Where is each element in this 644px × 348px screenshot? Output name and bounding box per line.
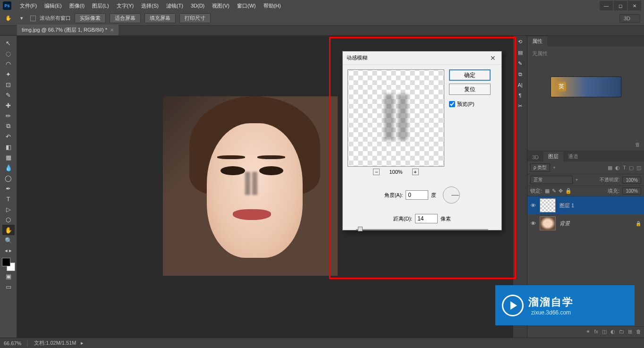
foreground-color-swatch[interactable]: [2, 258, 10, 266]
layer-mask-icon[interactable]: ◫: [602, 329, 607, 336]
new-layer-icon[interactable]: ⊞: [628, 329, 632, 336]
pen-tool[interactable]: ✒: [2, 183, 15, 194]
layer-fx-icon[interactable]: fx: [594, 329, 598, 336]
channels-tab[interactable]: 通道: [563, 152, 583, 161]
layer-thumbnail[interactable]: [540, 198, 556, 212]
zoom-in-button[interactable]: +: [412, 169, 419, 175]
menu-window[interactable]: 窗口(W): [233, 2, 260, 9]
filter-adjust-icon[interactable]: ◐: [615, 165, 620, 171]
menu-select[interactable]: 选择(S): [137, 2, 162, 9]
healing-brush-tool[interactable]: ✚: [2, 100, 15, 110]
reset-button[interactable]: 复位: [449, 84, 491, 95]
history-brush-tool[interactable]: ↶: [2, 131, 15, 142]
distance-slider[interactable]: [356, 228, 488, 231]
document-canvas[interactable]: [163, 96, 338, 276]
layer-row-background[interactable]: 👁 背景 🔒: [527, 214, 644, 232]
gradient-tool[interactable]: ▦: [2, 152, 15, 162]
lock-position-icon[interactable]: ✥: [559, 188, 563, 194]
filter-shape-icon[interactable]: ▢: [629, 165, 634, 171]
eraser-tool[interactable]: ◧: [2, 142, 15, 152]
menu-layer[interactable]: 图层(L): [88, 2, 112, 9]
zoom-out-button[interactable]: −: [373, 169, 380, 175]
path-select-tool[interactable]: ▷: [2, 204, 15, 214]
delete-layer-icon[interactable]: 🗑: [636, 329, 641, 336]
document-tab-close-icon[interactable]: ✕: [110, 27, 114, 33]
menu-type[interactable]: 文字(Y): [113, 2, 138, 9]
preview-checkbox-label[interactable]: 预览(P): [449, 101, 491, 108]
crop-tool[interactable]: ⊡: [2, 79, 15, 90]
adjustment-layer-icon[interactable]: ◐: [610, 329, 615, 336]
eyedropper-tool[interactable]: ✎: [2, 90, 15, 100]
fit-screen-button[interactable]: 适合屏幕: [110, 13, 141, 23]
window-minimize[interactable]: —: [600, 1, 613, 10]
print-size-button[interactable]: 打印尺寸: [179, 13, 211, 23]
distance-input[interactable]: [415, 214, 438, 223]
menu-filter[interactable]: 滤镜(T): [162, 2, 187, 9]
actions-panel-icon[interactable]: ▤: [518, 50, 523, 56]
properties-tab[interactable]: 属性: [527, 36, 547, 46]
dodge-tool[interactable]: ◯: [2, 173, 15, 183]
workspace-select[interactable]: 3D: [619, 14, 640, 23]
fill-value[interactable]: 100%: [622, 187, 641, 195]
trash-icon[interactable]: 🗑: [635, 142, 640, 149]
default-colors-icon[interactable]: ◄►: [2, 246, 15, 256]
angle-dial[interactable]: [443, 187, 460, 204]
color-swatches[interactable]: [2, 258, 15, 271]
character-panel-icon[interactable]: ¶: [519, 93, 522, 98]
layer-name[interactable]: 背景: [559, 220, 632, 227]
brush-tool[interactable]: ✏: [2, 110, 15, 121]
brushes-panel-icon[interactable]: ✎: [518, 60, 522, 67]
group-icon[interactable]: 🗀: [619, 329, 624, 336]
fill-screen-button[interactable]: 填充屏幕: [144, 13, 176, 23]
hand-tool[interactable]: ✋: [2, 225, 15, 235]
status-doc-size[interactable]: 文档:1.02M/1.51M: [34, 340, 76, 347]
lock-all-icon[interactable]: 🔒: [565, 188, 572, 194]
magic-wand-tool[interactable]: ✦: [2, 69, 15, 79]
document-tab[interactable]: timg.jpg @ 66.7% (图层 1, RGB/8#) * ✕: [17, 25, 119, 35]
menu-help[interactable]: 帮助(H): [260, 2, 285, 9]
menu-edit[interactable]: 编辑(E): [41, 2, 66, 9]
angle-input[interactable]: [406, 190, 428, 200]
layer-name[interactable]: 图层 1: [559, 202, 641, 209]
blur-tool[interactable]: 💧: [2, 162, 15, 173]
menu-3d[interactable]: 3D(D): [187, 3, 208, 8]
extra-panel-icon[interactable]: ✂: [518, 103, 522, 109]
type-tool[interactable]: T: [2, 194, 15, 204]
lasso-tool[interactable]: ◠: [2, 59, 15, 69]
paragraph-panel-icon[interactable]: A|: [517, 82, 522, 88]
clone-source-panel-icon[interactable]: ⧉: [518, 71, 522, 77]
clone-stamp-tool[interactable]: ⧉: [2, 121, 15, 131]
actual-pixels-button[interactable]: 实际像素: [75, 13, 106, 23]
history-panel-icon[interactable]: ⟲: [518, 39, 522, 45]
layers-tab[interactable]: 图层: [543, 152, 563, 161]
status-expand-icon[interactable]: ▸: [81, 340, 84, 346]
ok-button[interactable]: 确定: [449, 69, 491, 81]
layer-thumbnail[interactable]: [540, 216, 556, 230]
layer-visibility-icon[interactable]: 👁: [530, 203, 536, 208]
move-tool[interactable]: ↖: [2, 38, 15, 48]
zoom-tool[interactable]: 🔍: [2, 235, 15, 246]
shape-tool[interactable]: ⬡: [2, 214, 15, 225]
window-maximize[interactable]: ◻: [614, 1, 627, 10]
screen-mode-icon[interactable]: ▭: [2, 281, 15, 292]
lock-transparency-icon[interactable]: ▦: [545, 188, 550, 194]
menu-view[interactable]: 视图(V): [208, 2, 233, 9]
opacity-value[interactable]: 100%: [622, 177, 641, 184]
3d-tab[interactable]: 3D: [527, 153, 543, 161]
preview-checkbox[interactable]: [449, 101, 455, 107]
layer-filter-select[interactable]: ρ 类型: [530, 163, 550, 172]
menu-image[interactable]: 图像(I): [66, 2, 88, 9]
window-close[interactable]: ✕: [628, 1, 641, 10]
lock-pixels-icon[interactable]: ✎: [552, 188, 556, 194]
dialog-close-icon[interactable]: ✕: [488, 54, 498, 62]
hand-options-icon[interactable]: ▾: [17, 15, 26, 21]
scroll-all-checkbox[interactable]: [30, 16, 36, 21]
layer-row-1[interactable]: 👁 图层 1: [527, 196, 644, 214]
layer-visibility-icon[interactable]: 👁: [530, 221, 536, 226]
filter-type-icon[interactable]: T: [623, 165, 626, 171]
marquee-tool[interactable]: ◌: [2, 48, 15, 59]
filter-smart-icon[interactable]: ◫: [636, 165, 641, 171]
quick-mask-icon[interactable]: ▣: [2, 271, 15, 281]
status-zoom[interactable]: 66.67%: [4, 340, 21, 346]
menu-file[interactable]: 文件(F): [16, 2, 41, 9]
